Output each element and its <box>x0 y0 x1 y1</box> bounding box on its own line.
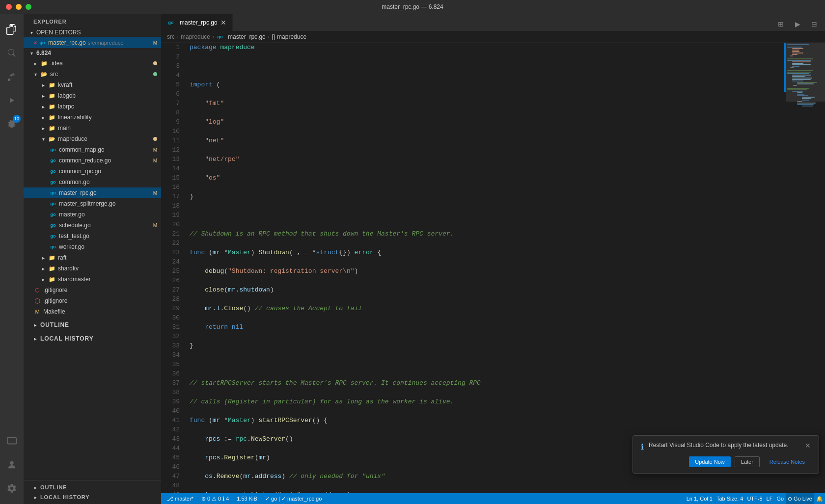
file-common-rpc[interactable]: go common_rpc.go <box>24 166 161 177</box>
breadcrumb-src[interactable]: src <box>167 33 175 40</box>
breadcrumb-symbol[interactable]: {} mapreduce <box>272 33 306 40</box>
maximize-button[interactable] <box>26 4 31 10</box>
split-editor-icon[interactable]: ⊞ <box>774 17 788 31</box>
sidebar-content[interactable]: OPEN EDITORS ✕ go master_rpc.go src/mapr… <box>24 27 161 480</box>
update-now-button[interactable]: Update Now <box>689 456 731 467</box>
common-reduce-label: common_reduce.go <box>59 157 111 164</box>
minimap[interactable] <box>786 43 825 493</box>
files-icon[interactable] <box>0 18 24 41</box>
root-section[interactable]: 6.824 <box>24 48 161 58</box>
svg-point-1 <box>10 461 13 465</box>
encoding-item[interactable]: UTF-8 <box>745 493 764 504</box>
tab-size-item[interactable]: Tab Size: 4 <box>715 493 745 504</box>
outline-chevron <box>31 321 39 329</box>
folder-main[interactable]: 📁 main <box>24 123 161 133</box>
run-code-icon[interactable]: ▶ <box>791 17 804 31</box>
folder-shardmaster[interactable]: 📁 shardmaster <box>24 274 161 285</box>
remote-icon[interactable] <box>0 429 24 453</box>
mapreduce-folder-icon: 📂 <box>48 135 56 143</box>
outline-section[interactable]: OUTLINE <box>28 320 157 330</box>
folder-kvraft[interactable]: 📁 kvraft <box>24 80 161 90</box>
language-item[interactable]: Go <box>774 493 786 504</box>
release-notes-button[interactable]: Release Notes <box>764 456 811 467</box>
folder-src[interactable]: 📂 src <box>24 69 161 80</box>
git-branch-item[interactable]: ⎇ master* <box>165 493 195 504</box>
raft-chevron <box>39 254 47 262</box>
file-master-splitmerge[interactable]: go master_splitmerge.go <box>24 198 161 209</box>
local-history-section[interactable]: LOCAL HISTORY <box>28 334 157 344</box>
go-live-label: Go Live <box>794 496 812 502</box>
outline-bottom[interactable]: OUTLINE <box>28 482 157 492</box>
settings-icon[interactable] <box>0 477 24 500</box>
local-history-bottom[interactable]: LOCAL HISTORY <box>28 492 157 502</box>
source-control-icon[interactable] <box>0 65 24 88</box>
file-schedule[interactable]: go schedule.go M <box>24 220 161 231</box>
position-item[interactable]: Ln 1, Col 1 <box>685 493 715 504</box>
open-editors-label: OPEN EDITORS <box>36 29 81 36</box>
shardmaster-chevron <box>39 275 47 283</box>
shardkv-label: shardkv <box>58 265 79 272</box>
file-common[interactable]: go common.go <box>24 177 161 187</box>
open-file-master-rpc[interactable]: ✕ go master_rpc.go src/mapreduce M <box>24 37 161 48</box>
main-label: main <box>58 125 71 132</box>
breadcrumb-mapreduce[interactable]: mapreduce <box>181 33 210 40</box>
tab-master-rpc[interactable]: go master_rpc.go ✕ <box>161 14 233 31</box>
tab-label: master_rpc.go <box>180 19 218 26</box>
errors-item[interactable]: ⊗ 0 ⚠ 0 ℹ 4 <box>199 493 231 504</box>
notification-close-icon[interactable]: ✕ <box>805 442 811 450</box>
folder-labgob[interactable]: 📁 labgob <box>24 90 161 101</box>
mapreduce-dot <box>153 137 157 141</box>
folder-shardkv[interactable]: 📁 shardkv <box>24 263 161 274</box>
file-worker[interactable]: go worker.go <box>24 241 161 252</box>
search-icon[interactable] <box>0 41 24 65</box>
file-gitignore-1[interactable]: ⬡ .gitignore <box>24 285 161 295</box>
file-size-item[interactable]: 1.53 KiB <box>235 493 259 504</box>
split-horizontal-icon[interactable]: ⊟ <box>807 17 821 31</box>
tab-close-icon[interactable]: ✕ <box>220 19 226 27</box>
shardkv-chevron <box>39 265 47 272</box>
minimize-button[interactable] <box>16 4 22 10</box>
accounts-icon[interactable] <box>0 453 24 477</box>
tab-bar: go master_rpc.go ✕ ⊞ ▶ ⊟ <box>161 14 825 31</box>
file-common-map[interactable]: go common_map.go M <box>24 144 161 155</box>
folder-mapreduce[interactable]: 📂 mapreduce <box>24 133 161 144</box>
code-content[interactable]: package mapreduce import ( "fmt" "log" "… <box>186 43 786 493</box>
src-chevron <box>31 70 39 78</box>
notification-text: Restart Visual Studio Code to apply the … <box>649 442 800 449</box>
folder-idea[interactable]: 📁 .idea <box>24 58 161 69</box>
status-bar: ⎇ master* ⊗ 0 ⚠ 0 ℹ 4 1.53 KiB ✓ go <box>161 493 825 504</box>
labrpc-folder-icon: 📁 <box>48 103 56 110</box>
breadcrumb-file[interactable]: master_rpc.go <box>228 33 266 40</box>
common-go-icon: go <box>49 178 57 186</box>
go-check-item[interactable]: ✓ go | ✓ master_rpc.go <box>263 493 324 504</box>
file-common-reduce[interactable]: go common_reduce.go M <box>24 155 161 166</box>
later-button[interactable]: Later <box>735 456 760 467</box>
file-master-rpc[interactable]: go master_rpc.go M <box>24 187 161 198</box>
close-file-icon[interactable]: ✕ <box>33 40 37 46</box>
file-master[interactable]: go master.go <box>24 209 161 220</box>
sidebar: EXPLORER OPEN EDITORS ✕ go master_rpc.go… <box>24 14 161 504</box>
folder-labrpc[interactable]: 📁 labrpc <box>24 101 161 112</box>
notifications-item[interactable]: 🔔 <box>814 493 825 504</box>
window-controls[interactable] <box>6 4 31 10</box>
file-gitignore-2[interactable]: ⬡ .gitignore <box>24 295 161 306</box>
breadcrumb-sep2: › <box>212 33 214 40</box>
folder-linearizability[interactable]: 📁 linearizability <box>24 112 161 123</box>
run-icon[interactable] <box>0 88 24 112</box>
close-button[interactable] <box>6 4 12 10</box>
notification-header: ℹ Restart Visual Studio Code to apply th… <box>641 442 811 451</box>
local-history-bottom-label: LOCAL HISTORY <box>40 494 89 500</box>
open-editors-section[interactable]: OPEN EDITORS <box>24 27 161 37</box>
go-live-item[interactable]: ⊙ Go Live <box>786 493 814 504</box>
file-makefile[interactable]: M Makefile <box>24 306 161 317</box>
warning-icon: ⚠ <box>212 496 217 502</box>
extensions-icon[interactable]: 10 <box>0 112 24 135</box>
code-editor[interactable]: 12345 678910 1112131415 1617181920 21222… <box>161 43 786 493</box>
makefile-icon: M <box>33 308 41 316</box>
file-test-test[interactable]: go test_test.go <box>24 231 161 241</box>
check-icon-2: ✓ <box>281 496 286 502</box>
eol-item[interactable]: LF <box>765 493 775 504</box>
breadcrumb-sep1: › <box>177 33 179 40</box>
labgob-folder-icon: 📁 <box>48 92 56 100</box>
folder-raft[interactable]: 📁 raft <box>24 252 161 263</box>
